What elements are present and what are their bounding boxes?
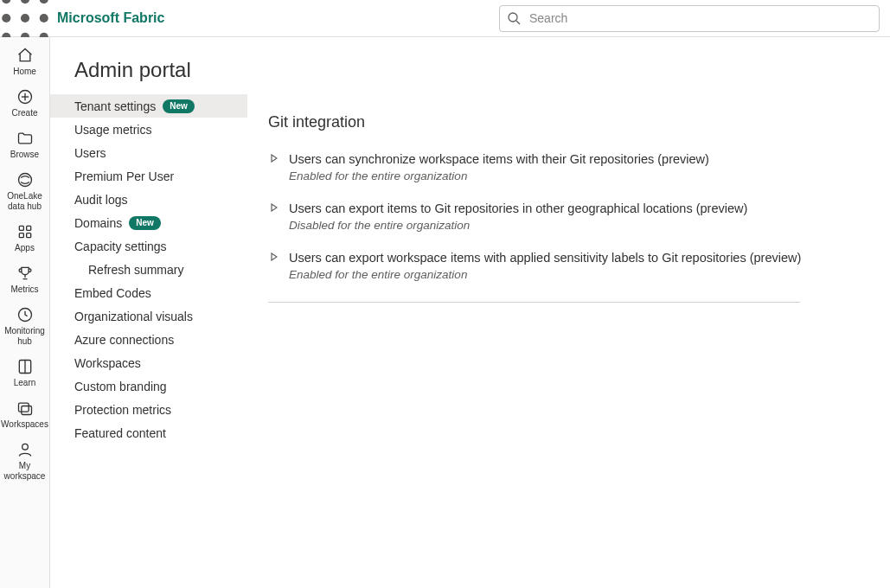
plus-circle-icon	[16, 88, 34, 105]
folder-icon	[16, 130, 34, 147]
svg-rect-21	[21, 406, 31, 415]
admin-nav-protection-metrics[interactable]: Protection metrics	[50, 398, 247, 421]
svg-point-9	[509, 13, 517, 22]
expand-icon[interactable]	[268, 200, 280, 212]
admin-nav-label: Users	[74, 146, 106, 160]
svg-rect-15	[19, 226, 23, 230]
admin-nav-organizational-visuals[interactable]: Organizational visuals	[50, 304, 247, 328]
rail-item-monitoring[interactable]: Monitoring hub	[0, 302, 50, 352]
rail-item-apps[interactable]: Apps	[0, 219, 50, 259]
app-launcher-button[interactable]	[0, 0, 50, 36]
setting-title: Users can export items to Git repositori…	[289, 200, 869, 217]
admin-nav-label: Refresh summary	[88, 263, 183, 277]
rail-item-my-workspace[interactable]: My workspace	[0, 437, 50, 487]
rail-label: Create	[11, 108, 37, 118]
admin-nav-capacity-settings[interactable]: Capacity settings	[50, 234, 247, 258]
section-divider	[268, 302, 800, 303]
setting-row[interactable]: Users can export workspace items with ap…	[268, 249, 869, 298]
rail-item-metrics[interactable]: Metrics	[0, 260, 50, 300]
admin-nav-label: Organizational visuals	[74, 310, 193, 323]
new-badge: New	[129, 216, 161, 230]
setting-title: Users can export workspace items with ap…	[289, 249, 869, 266]
svg-point-0	[2, 0, 10, 3]
rail-item-workspaces[interactable]: Workspaces	[0, 395, 50, 435]
rail-label: Monitoring hub	[0, 326, 50, 347]
setting-status: Enabled for the entire organization	[289, 169, 869, 184]
rail-item-learn[interactable]: Learn	[0, 354, 50, 393]
admin-nav-label: Embed Codes	[74, 286, 151, 300]
rail-label: OneLake data hub	[0, 191, 50, 212]
monitoring-icon	[16, 306, 34, 323]
admin-nav-label: Domains	[74, 216, 122, 230]
setting-row[interactable]: Users can synchronize workspace items wi…	[268, 150, 869, 200]
svg-point-22	[22, 444, 28, 450]
book-icon	[16, 358, 34, 375]
svg-point-3	[2, 14, 10, 22]
svg-point-4	[21, 14, 29, 22]
rail-label: Browse	[10, 150, 39, 160]
trophy-icon	[16, 265, 34, 282]
admin-nav-label: Tenant settings	[74, 99, 156, 113]
admin-nav-custom-branding[interactable]: Custom branding	[50, 374, 247, 398]
setting-title: Users can synchronize workspace items wi…	[289, 150, 869, 168]
rail-item-create[interactable]: Create	[0, 84, 50, 124]
workspaces-icon	[16, 399, 34, 417]
admin-nav-azure-connections[interactable]: Azure connections	[50, 328, 247, 351]
rail-label: Home	[13, 67, 36, 77]
admin-nav-label: Premium Per User	[74, 169, 174, 183]
top-bar: Microsoft Fabric	[0, 0, 890, 37]
admin-nav-label: Audit logs	[74, 193, 127, 207]
search-icon	[507, 11, 521, 25]
admin-nav-label: Usage metrics	[74, 123, 151, 137]
admin-nav-label: Workspaces	[74, 356, 141, 370]
admin-nav-label: Protection metrics	[74, 403, 171, 417]
svg-point-1	[21, 0, 29, 3]
svg-line-10	[516, 21, 520, 24]
admin-nav-label: Custom branding	[74, 380, 167, 393]
person-icon	[16, 441, 34, 458]
admin-nav-tenant-settings[interactable]: Tenant settings New	[50, 94, 247, 118]
admin-nav-workspaces[interactable]: Workspaces	[50, 351, 247, 374]
brand-title[interactable]: Microsoft Fabric	[50, 10, 164, 26]
setting-status: Disabled for the entire organization	[289, 218, 869, 233]
admin-nav-label: Azure connections	[74, 333, 174, 347]
settings-panel: Git integration Users can synchronize wo…	[247, 94, 890, 588]
rail-label: My workspace	[0, 461, 50, 482]
admin-nav-featured-content[interactable]: Featured content	[50, 421, 247, 444]
search-input[interactable]	[528, 10, 872, 26]
admin-nav: Tenant settings New Usage metrics Users …	[50, 94, 247, 588]
svg-rect-18	[26, 233, 30, 238]
page-title: Admin portal	[50, 58, 890, 94]
svg-point-14	[18, 174, 31, 187]
svg-rect-17	[19, 233, 23, 238]
admin-nav-usage-metrics[interactable]: Usage metrics	[50, 118, 247, 141]
rail-item-browse[interactable]: Browse	[0, 125, 50, 165]
setting-row[interactable]: Users can export items to Git repositori…	[268, 200, 869, 249]
admin-nav-premium-per-user[interactable]: Premium Per User	[50, 164, 247, 188]
rail-label: Apps	[15, 243, 35, 253]
home-icon	[16, 47, 34, 64]
left-rail: Home Create Browse OneLake data hub Apps…	[0, 37, 50, 588]
rail-item-home[interactable]: Home	[0, 42, 50, 82]
admin-nav-domains[interactable]: Domains New	[50, 211, 247, 234]
onelake-icon	[16, 171, 34, 189]
admin-nav-label: Capacity settings	[74, 240, 167, 253]
section-title: Git integration	[268, 113, 869, 131]
expand-icon[interactable]	[268, 249, 280, 261]
svg-rect-20	[18, 403, 29, 412]
rail-item-onelake[interactable]: OneLake data hub	[0, 167, 50, 217]
expand-icon[interactable]	[268, 150, 280, 163]
new-badge: New	[163, 99, 195, 113]
rail-label: Learn	[14, 378, 36, 388]
admin-nav-embed-codes[interactable]: Embed Codes	[50, 281, 247, 304]
svg-point-2	[40, 0, 48, 3]
admin-nav-audit-logs[interactable]: Audit logs	[50, 188, 247, 211]
search-box[interactable]	[499, 5, 880, 32]
setting-status: Enabled for the entire organization	[289, 267, 869, 283]
admin-nav-users[interactable]: Users	[50, 141, 247, 164]
rail-label: Workspaces	[1, 419, 48, 430]
svg-rect-16	[26, 226, 30, 230]
admin-nav-label: Featured content	[74, 426, 166, 440]
apps-icon	[16, 223, 34, 240]
admin-nav-refresh-summary[interactable]: Refresh summary	[50, 258, 247, 281]
